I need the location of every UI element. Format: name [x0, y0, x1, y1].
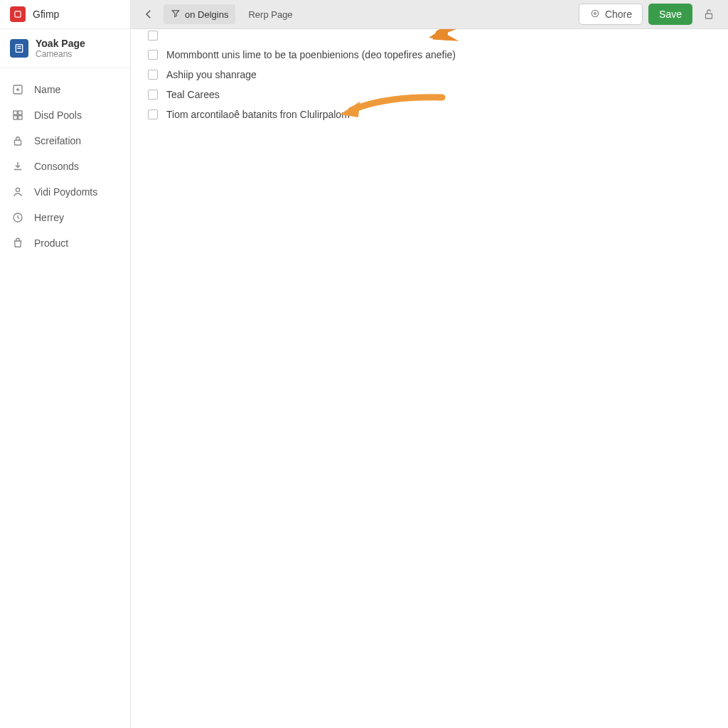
- nav-item-screifation[interactable]: Screifation: [0, 128, 130, 154]
- brand-icon: [10, 6, 26, 22]
- nav-item-herrey[interactable]: Herrey: [0, 205, 130, 230]
- svg-rect-3: [14, 111, 17, 114]
- page-title: Yoak Page: [36, 38, 85, 49]
- nav-label: Product: [34, 237, 68, 249]
- checklist-item[interactable]: Tiom arcontilaoê batanits fron Clulirpal…: [131, 105, 728, 124]
- checkbox[interactable]: [148, 70, 158, 80]
- svg-rect-7: [15, 140, 21, 145]
- filter-icon: [171, 9, 181, 21]
- checklist-label: Mommbontt unis lime to be ta poenbienion…: [166, 49, 456, 60]
- checklist-label: Tiom arcontilaoê batanits fron Clulirpal…: [166, 109, 350, 120]
- bag-icon: [11, 237, 24, 250]
- nav-label: Herrey: [34, 212, 64, 223]
- svg-point-11: [594, 12, 596, 14]
- checklist-item[interactable]: [131, 31, 728, 45]
- nav: Name Disd Pools Screifation Consonds Vid…: [0, 73, 130, 260]
- save-button[interactable]: Save: [648, 4, 692, 25]
- nav-label: Name: [34, 84, 60, 95]
- square-plus-icon: [11, 83, 24, 96]
- checklist-item[interactable]: Teal Carees: [131, 85, 728, 105]
- nav-item-product[interactable]: Product: [0, 230, 130, 256]
- checklist-label: Teal Carees: [166, 89, 220, 100]
- nav-item-name[interactable]: Name: [0, 77, 130, 102]
- page-block[interactable]: Yoak Page Cameans: [0, 29, 130, 68]
- download-icon: [11, 160, 24, 173]
- brand-label: Gfimp: [33, 9, 59, 20]
- clock-icon: [11, 211, 24, 224]
- chore-button[interactable]: Chore: [579, 4, 643, 25]
- svg-point-10: [592, 10, 598, 16]
- sidebar: Gfimp Yoak Page Cameans Name Disd Pools: [0, 0, 131, 728]
- svg-rect-5: [14, 116, 17, 119]
- checkbox[interactable]: [148, 50, 158, 60]
- checkbox[interactable]: [148, 31, 158, 41]
- content: Mommbontt unis lime to be ta poenbienion…: [131, 29, 728, 728]
- svg-rect-4: [18, 111, 22, 114]
- svg-rect-0: [15, 11, 21, 17]
- page-icon: [10, 39, 28, 58]
- main: on Delgins Rerp Page Chore Save Mommb: [131, 0, 728, 728]
- svg-rect-12: [706, 14, 712, 18]
- checklist-label: Ashiip you shanrage: [166, 69, 257, 80]
- filter-chip[interactable]: on Delgins: [164, 4, 235, 24]
- checklist-item[interactable]: Mommbontt unis lime to be ta poenbienion…: [131, 45, 728, 65]
- nav-label: Screifation: [34, 135, 81, 146]
- lock-button[interactable]: [698, 4, 719, 25]
- page-subtitle: Cameans: [36, 49, 85, 59]
- back-button[interactable]: [139, 5, 158, 23]
- nav-label: Disd Pools: [34, 109, 82, 121]
- nav-label: Vidi Poydomts: [34, 186, 97, 198]
- nav-label: Consonds: [34, 161, 79, 172]
- topbar: on Delgins Rerp Page Chore Save: [131, 0, 728, 29]
- grid-icon: [11, 109, 24, 122]
- tab-rerp-page[interactable]: Rerp Page: [241, 6, 299, 23]
- checkbox[interactable]: [148, 109, 158, 119]
- nav-item-poydomts[interactable]: Vidi Poydomts: [0, 179, 130, 205]
- chore-label: Chore: [605, 9, 632, 20]
- nav-item-pools[interactable]: Disd Pools: [0, 102, 130, 128]
- svg-rect-6: [18, 116, 22, 119]
- nav-item-consonds[interactable]: Consonds: [0, 154, 130, 179]
- checkbox[interactable]: [148, 90, 158, 100]
- svg-point-8: [16, 188, 19, 191]
- lock-icon: [11, 134, 24, 147]
- target-icon: [589, 8, 601, 21]
- user-icon: [11, 186, 24, 198]
- filter-chip-label: on Delgins: [185, 9, 228, 20]
- brand[interactable]: Gfimp: [0, 0, 130, 29]
- checklist-item[interactable]: Ashiip you shanrage: [131, 65, 728, 85]
- save-label: Save: [659, 9, 682, 20]
